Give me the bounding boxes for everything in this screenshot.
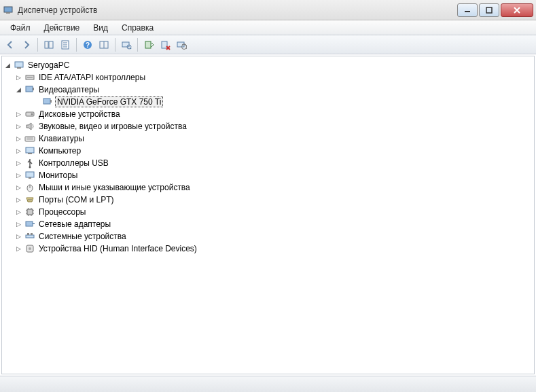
- show-hide-tree-button[interactable]: [41, 37, 56, 52]
- app-icon: [3, 5, 14, 16]
- svg-point-40: [29, 166, 31, 168]
- expand-icon[interactable]: ▷: [14, 147, 22, 154]
- minimize-button[interactable]: [457, 3, 478, 17]
- expand-icon[interactable]: ▷: [14, 245, 22, 252]
- svg-rect-19: [145, 41, 151, 48]
- properties-button[interactable]: [58, 37, 73, 52]
- mouse-icon: [24, 182, 35, 193]
- svg-rect-29: [26, 86, 33, 92]
- svg-rect-48: [27, 209, 33, 215]
- tree-node-keyboard[interactable]: ▷ Клавиатуры: [2, 132, 534, 145]
- tree-node-ide[interactable]: ▷ IDE ATA/ATAPI контроллеры: [2, 71, 534, 84]
- menu-view[interactable]: Вид: [87, 22, 114, 34]
- help-button[interactable]: ?: [80, 37, 95, 52]
- tree-node-sound[interactable]: ▷ Звуковые, видео и игровые устройства: [2, 120, 534, 132]
- tree-node-monitor[interactable]: ▷ Мониторы: [2, 169, 534, 181]
- svg-point-46: [29, 199, 31, 200]
- collapse-icon[interactable]: ◢: [14, 86, 22, 93]
- expand-icon[interactable]: ▷: [14, 184, 22, 191]
- scan-hardware-button[interactable]: [119, 37, 134, 52]
- toolbar-separator: [115, 38, 115, 52]
- tree-node-computer[interactable]: ▷ Компьютер: [2, 145, 534, 157]
- tree-node-video[interactable]: ◢ Видеоадаптеры: [2, 84, 534, 96]
- expand-icon[interactable]: ▷: [14, 233, 22, 240]
- expand-icon[interactable]: ▷: [14, 123, 22, 130]
- svg-text:?: ?: [86, 41, 90, 49]
- svg-rect-6: [45, 41, 48, 48]
- svg-rect-60: [27, 233, 29, 235]
- ide-controller-icon: [24, 72, 35, 83]
- tree-node-gpu[interactable]: NVIDIA GeForce GTX 750 Ti: [2, 96, 534, 108]
- expand-icon[interactable]: ▷: [14, 74, 22, 81]
- svg-rect-25: [15, 62, 23, 67]
- tree-node-ports[interactable]: ▷ Порты (COM и LPT): [2, 194, 534, 206]
- statusbar: [0, 376, 536, 392]
- menu-action[interactable]: Действие: [38, 22, 86, 34]
- maximize-button[interactable]: [479, 3, 499, 17]
- disable-button[interactable]: [174, 37, 189, 52]
- expand-icon[interactable]: ▷: [14, 160, 22, 166]
- update-driver-button[interactable]: [141, 37, 156, 52]
- device-tree[interactable]: ◢ SeryogaPC ▷ IDE ATA/ATAPI контроллеры …: [1, 56, 535, 374]
- svg-rect-41: [26, 172, 34, 177]
- menu-file[interactable]: Файл: [4, 22, 37, 34]
- svg-rect-3: [486, 7, 492, 13]
- window-controls: [456, 3, 533, 17]
- tree-node-hid[interactable]: ▷ Устройства HID (Human Interface Device…: [2, 243, 534, 255]
- svg-rect-0: [4, 7, 12, 12]
- tree-label: Системные устройства: [37, 232, 128, 241]
- display-adapter-icon: [24, 84, 35, 95]
- tree-label: Дисковые устройства: [37, 109, 122, 119]
- menubar: Файл Действие Вид Справка: [0, 20, 536, 35]
- action-pane-button[interactable]: [96, 37, 111, 52]
- menu-help[interactable]: Справка: [115, 22, 160, 34]
- expand-icon[interactable]: ▷: [14, 196, 22, 203]
- tree-label: Сетевые адаптеры: [37, 219, 112, 229]
- tree-label: Мыши и иные указывающие устройства: [37, 183, 192, 192]
- tree-label: Видеоадаптеры: [37, 85, 101, 94]
- processor-icon: [24, 207, 35, 217]
- toolbar-separator: [37, 38, 38, 52]
- forward-button[interactable]: [19, 37, 34, 52]
- disk-drive-icon: [24, 109, 35, 120]
- uninstall-button[interactable]: [158, 37, 173, 52]
- network-adapter-icon: [24, 219, 35, 230]
- expand-icon[interactable]: ▷: [14, 209, 22, 215]
- svg-rect-26: [17, 67, 21, 69]
- svg-point-63: [29, 247, 31, 250]
- port-icon: [24, 194, 35, 205]
- svg-rect-31: [43, 99, 50, 104]
- svg-point-47: [31, 199, 32, 200]
- expand-icon[interactable]: ▷: [14, 135, 22, 142]
- svg-rect-16: [122, 42, 129, 47]
- expand-icon[interactable]: ▷: [14, 172, 22, 179]
- tree-label: Мониторы: [37, 171, 79, 180]
- svg-rect-32: [50, 100, 52, 103]
- back-button[interactable]: [3, 37, 18, 52]
- expand-icon[interactable]: ▷: [14, 111, 22, 118]
- sound-icon: [24, 121, 35, 132]
- svg-rect-42: [29, 177, 31, 179]
- svg-rect-1: [6, 12, 10, 14]
- tree-label: Контроллеры USB: [37, 158, 110, 168]
- computer-icon: [24, 145, 35, 156]
- close-button[interactable]: [501, 3, 533, 17]
- toolbar: ?: [0, 35, 536, 54]
- tree-node-network[interactable]: ▷ Сетевые адаптеры: [2, 218, 534, 230]
- svg-rect-57: [26, 221, 33, 226]
- tree-node-system[interactable]: ▷ Системные устройства: [2, 230, 534, 243]
- tree-root-node[interactable]: ◢ SeryogaPC: [2, 59, 534, 71]
- collapse-icon[interactable]: ◢: [3, 62, 12, 69]
- titlebar: Диспетчер устройств: [0, 0, 536, 20]
- expand-icon[interactable]: ▷: [14, 221, 22, 228]
- svg-rect-38: [26, 147, 34, 153]
- svg-rect-20: [162, 41, 167, 48]
- tree-node-cpu[interactable]: ▷ Процессоры: [2, 206, 534, 218]
- system-device-icon: [24, 231, 35, 242]
- svg-rect-39: [28, 153, 32, 154]
- svg-rect-61: [31, 233, 33, 235]
- tree-node-mouse[interactable]: ▷ Мыши и иные указывающие устройства: [2, 181, 534, 194]
- content-area: ◢ SeryogaPC ▷ IDE ATA/ATAPI контроллеры …: [0, 54, 536, 376]
- tree-node-disk[interactable]: ▷ Дисковые устройства: [2, 108, 534, 120]
- tree-node-usb[interactable]: ▷ Контроллеры USB: [2, 157, 534, 169]
